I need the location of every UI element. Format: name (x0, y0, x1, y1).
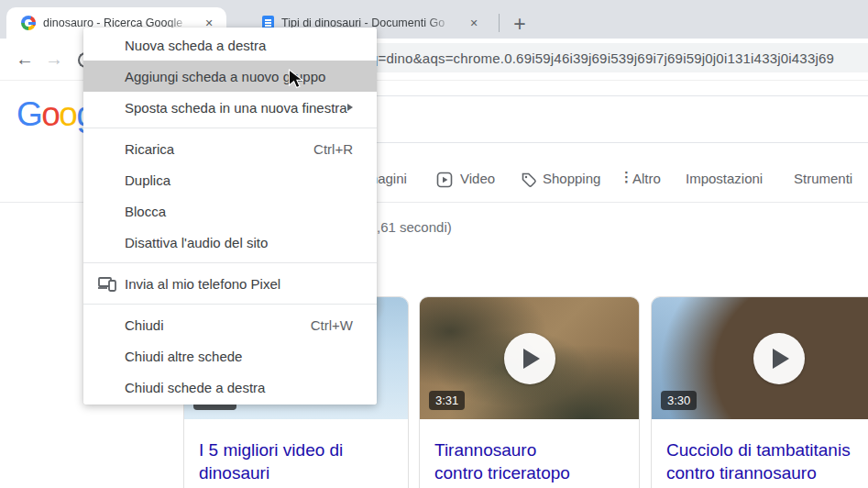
menu-shortcut: Ctrl+W (311, 317, 353, 333)
menu-item-label: Sposta scheda in una nuova finestra (125, 100, 347, 116)
play-button-icon[interactable] (753, 333, 805, 384)
menu-item-label: Blocca (125, 204, 166, 219)
tab-shopping[interactable]: Shopping (543, 171, 600, 186)
video-card[interactable]: 3:31 Tirannosauro contro triceratopo (419, 296, 640, 488)
menu-item-invia-al-telefono-pixel[interactable]: Invia al mio telefono Pixel (83, 268, 377, 299)
menu-item-chiudi[interactable]: Chiudi Ctrl+W (83, 309, 377, 340)
video-title-link[interactable]: Tirannosauro contro triceratopo (420, 419, 639, 484)
forward-button-icon[interactable]: → (42, 47, 66, 71)
new-tab-button[interactable]: + (506, 10, 533, 38)
logo-letter: G (16, 95, 41, 134)
submenu-arrow-icon (347, 104, 353, 111)
menu-item-blocca[interactable]: Blocca (83, 195, 377, 227)
menu-item-label: Disattiva l'audio del sito (125, 235, 268, 250)
link-strumenti[interactable]: Strumenti (794, 171, 852, 186)
video-title-line: Tirannosauro (434, 438, 624, 461)
menu-item-label: Chiudi altre schede (125, 349, 242, 364)
menu-item-label: Duplica (125, 172, 170, 188)
menu-item-duplica[interactable]: Duplica (83, 164, 377, 195)
menu-item-label: Invia al mio telefono Pixel (125, 276, 280, 292)
url-text[interactable]: q=dino&aqs=chrome.0.69i59j46i39j69i539j6… (370, 50, 834, 66)
tab-context-menu: Nuova scheda a destra Aggiungi scheda a … (83, 28, 377, 405)
menu-item-label: Nuova scheda a destra (125, 38, 266, 53)
tab-separator (499, 14, 500, 32)
video-title-line: contro triceratopo (434, 461, 624, 484)
video-title-link[interactable]: Cucciolo di tambatitanis contro tirannos… (652, 419, 868, 484)
menu-item-chiudi-altre-schede[interactable]: Chiudi altre schede (83, 340, 377, 372)
tab-close-icon[interactable]: ✕ (466, 15, 482, 31)
menu-item-label: Chiudi schede a destra (125, 380, 265, 395)
tab-video[interactable]: Video (460, 171, 495, 186)
video-title-line: dinosauri (199, 461, 393, 484)
video-title-line: Cucciolo di tambatitanis (666, 438, 868, 461)
video-title-line: I 5 migliori video di (199, 438, 393, 461)
menu-item-sposta-scheda-nuova-finestra[interactable]: Sposta scheda in una nuova finestra (83, 92, 377, 123)
video-title-link[interactable]: I 5 migliori video di dinosauri (184, 419, 408, 484)
menu-item-nuova-scheda-a-destra[interactable]: Nuova scheda a destra (83, 29, 377, 61)
video-duration-badge: 3:31 (429, 391, 465, 410)
video-thumbnail[interactable]: 3:30 (652, 297, 868, 419)
shopping-tag-icon (521, 172, 537, 188)
menu-shortcut: Ctrl+R (313, 141, 353, 157)
menu-item-label: Ricarica (125, 141, 174, 157)
more-vert-icon: ⋮ (620, 169, 633, 185)
menu-item-ricarica[interactable]: Ricarica Ctrl+R (83, 133, 377, 164)
menu-separator (83, 128, 377, 128)
tab-altro[interactable]: Altro (632, 171, 661, 186)
menu-separator (83, 262, 377, 263)
video-duration-badge: 3:30 (661, 391, 697, 410)
menu-item-aggiungi-scheda-a-nuovo-gruppo[interactable]: Aggiungi scheda a nuovo gruppo (83, 61, 377, 92)
logo-letter: o (59, 95, 76, 134)
back-button-icon[interactable]: ← (13, 47, 37, 71)
video-thumbnail[interactable]: 3:31 (420, 297, 639, 419)
browser-window: { "window": { "tabs": [ {"title": "dinos… (0, 0, 868, 488)
mouse-cursor-icon (288, 69, 306, 89)
menu-separator (83, 304, 377, 305)
result-stats: ,61 secondi) (377, 219, 452, 235)
video-icon (436, 172, 453, 188)
send-to-device-icon (98, 276, 116, 292)
logo-letter: o (41, 95, 59, 134)
play-triangle (523, 349, 540, 369)
google-favicon (21, 16, 36, 30)
menu-item-chiudi-schede-a-destra[interactable]: Chiudi schede a destra (83, 372, 377, 403)
video-title-line: contro tirannosauro (666, 461, 868, 484)
menu-item-disattiva-audio-sito[interactable]: Disattiva l'audio del sito (83, 227, 377, 258)
play-triangle (773, 349, 789, 369)
link-impostazioni[interactable]: Impostazioni (686, 171, 763, 186)
menu-item-label: Chiudi (125, 317, 164, 333)
video-card[interactable]: 3:30 Cucciolo di tambatitanis contro tir… (651, 296, 868, 488)
play-button-icon[interactable] (504, 333, 555, 384)
